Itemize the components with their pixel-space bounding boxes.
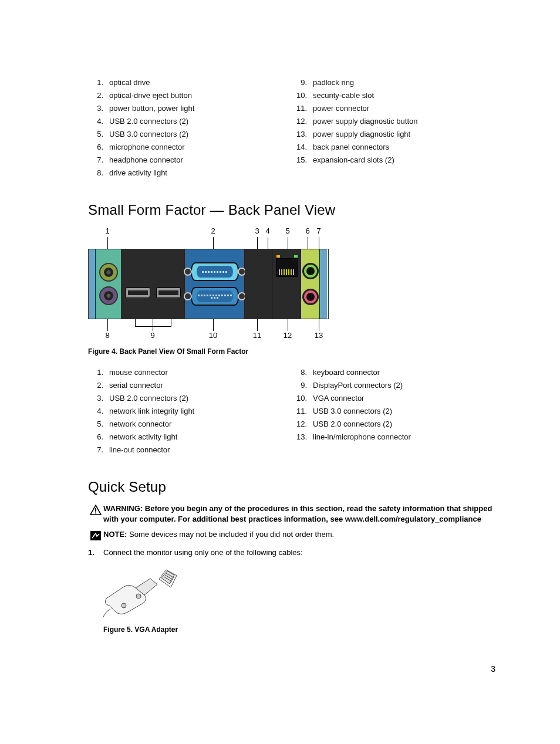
vga-adapter-figure (103, 564, 180, 620)
svg-rect-2 (90, 531, 101, 540)
list-item-text: microphone connector (109, 141, 185, 154)
list-item-text: back panel connectors (313, 141, 389, 154)
list-item-text: USB 2.0 connectors (2) (109, 392, 188, 405)
list-item-text: optical drive (109, 76, 150, 89)
list-item-text: network link integrity light (109, 405, 194, 418)
list-item-number: 7. (88, 154, 103, 167)
warning-label: WARNING: (103, 504, 143, 513)
warning-text: Before you begin any of the procedures i… (103, 504, 492, 523)
list-item-number: 12. (292, 115, 307, 128)
quick-setup-steps: 1. Connect the monitor using only one of… (88, 547, 495, 559)
list-item: 13.power supply diagnostic light (292, 128, 495, 141)
line-out-jack-icon (302, 263, 319, 279)
heading-quick-setup: Quick Setup (88, 479, 495, 495)
mouse-port-icon (99, 263, 118, 282)
callout-number: 7 (316, 226, 321, 235)
list-item-number: 4. (88, 115, 103, 128)
list-item-text: USB 2.0 connectors (2) (109, 115, 188, 128)
list-item-number: 4. (88, 405, 103, 418)
list-item-number: 3. (88, 392, 103, 405)
callout-number: 2 (211, 226, 215, 235)
network-usb-slot (273, 249, 301, 319)
list-item-number: 8. (88, 167, 103, 180)
list-item-number: 11. (292, 405, 307, 418)
warning-admonition: WARNING: Before you begin any of the pro… (88, 503, 495, 525)
list-item: 2.optical-drive eject button (88, 89, 292, 102)
note-text: Some devices may not be included if you … (129, 530, 334, 539)
list-item-number: 3. (88, 102, 103, 115)
list-item-number: 6. (88, 431, 103, 444)
list-item-number: 10. (292, 392, 307, 405)
svg-point-4 (136, 594, 141, 598)
list-item: 10.security-cable slot (292, 89, 495, 102)
callout-number: 9 (150, 331, 154, 340)
list-item-number: 2. (88, 379, 103, 392)
bottom-callout-numbers: 8910111213 (88, 331, 329, 341)
back-panel-list: 1.mouse connector2.serial connector3.USB… (88, 366, 495, 456)
list-item: 13.line-in/microphone connector (292, 431, 495, 444)
back-panel-list-left: 1.mouse connector2.serial connector3.USB… (88, 366, 292, 456)
list-item-text: optical-drive eject button (109, 89, 192, 102)
list-item-number: 13. (292, 431, 307, 444)
page-number: 3 (491, 664, 495, 674)
list-item: 14.back panel connectors (292, 141, 495, 154)
list-item: 12.USB 2.0 connectors (2) (292, 418, 495, 431)
list-item: 11.power connector (292, 102, 495, 115)
list-item: 7.headphone connector (88, 154, 292, 167)
usb20-slot (245, 249, 273, 319)
panel-side-strip (320, 249, 327, 319)
list-item-text: power button, power light (109, 102, 194, 115)
vga-port-icon (191, 287, 239, 306)
link-light-icon (276, 255, 280, 258)
list-item-number: 6. (88, 141, 103, 154)
network-port-icon (276, 258, 298, 277)
list-item: 9.padlock ring (292, 76, 495, 89)
list-item: 8.keyboard connector (292, 366, 495, 379)
note-label: NOTE: (103, 530, 127, 539)
list-item-text: power supply diagnostic light (313, 128, 410, 141)
list-item-number: 7. (88, 444, 103, 456)
list-item: 10.VGA connector (292, 392, 495, 405)
list-item: 6.microphone connector (88, 141, 292, 154)
warning-icon (88, 503, 103, 515)
panel-side-strip (89, 249, 96, 319)
list-item: 1.mouse connector (88, 366, 292, 379)
list-item-number: 9. (292, 379, 307, 392)
callout-number: 6 (305, 226, 309, 235)
front-panel-list-right: 9.padlock ring10.security-cable slot11.p… (292, 76, 495, 180)
list-item-number: 11. (292, 102, 307, 115)
list-item: 4.network link integrity light (88, 405, 292, 418)
heading-small-form-factor: Small Form Factor — Back Panel View (88, 202, 495, 218)
list-item-text: padlock ring (313, 76, 354, 89)
front-panel-list: 1.optical drive2.optical-drive eject but… (88, 76, 495, 180)
list-item-text: power connector (313, 102, 369, 115)
top-callout-numbers: 1234567 (88, 226, 329, 237)
callout-number: 5 (285, 226, 289, 235)
list-item-text: drive activity light (109, 167, 167, 180)
note-icon (88, 529, 103, 541)
callout-number: 12 (284, 331, 292, 340)
keyboard-port-icon (99, 286, 118, 305)
list-item: 9.DisplayPort connectors (2) (292, 379, 495, 392)
figure-4-caption: Figure 4. Back Panel View Of Small Form … (88, 347, 495, 356)
list-item-text: security-cable slot (313, 89, 374, 102)
bottom-callout-leaders (88, 319, 329, 331)
callout-number: 3 (255, 226, 259, 235)
callout-number: 4 (265, 226, 269, 235)
audio-slot (301, 249, 320, 319)
step-number: 1. (88, 547, 103, 559)
list-item: 8.drive activity light (88, 167, 292, 180)
displayport-slot (122, 249, 185, 319)
back-panel-list-right: 8.keyboard connector9.DisplayPort connec… (292, 366, 495, 456)
list-item-text: keyboard connector (313, 366, 380, 379)
callout-number: 13 (315, 331, 323, 340)
ps2-slot (96, 249, 122, 319)
list-item-text: serial connector (109, 379, 163, 392)
list-item: 2.serial connector (88, 379, 292, 392)
list-item-text: DisplayPort connectors (2) (313, 379, 403, 392)
list-item-number: 8. (292, 366, 307, 379)
list-item: 1.optical drive (88, 76, 292, 89)
list-item-text: mouse connector (109, 366, 168, 379)
list-item: 3.power button, power light (88, 102, 292, 115)
svg-rect-1 (95, 512, 96, 513)
